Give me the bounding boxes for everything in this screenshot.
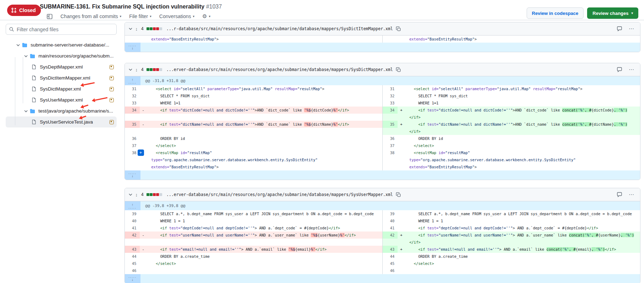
code-cell: </select>	[147, 260, 383, 267]
line-number[interactable]	[125, 114, 140, 121]
changed-lines-count: 4	[141, 192, 144, 197]
chevron-down-icon[interactable]	[23, 109, 29, 113]
line-number[interactable]: 39	[383, 210, 398, 217]
diff-sign	[398, 135, 405, 142]
kebab-menu-icon[interactable]: ⋯	[629, 191, 634, 198]
kebab-menu-icon[interactable]: ⋯	[629, 66, 634, 73]
line-number[interactable]: 46	[383, 267, 398, 274]
expand-down-button[interactable]: ·····↓	[125, 274, 140, 283]
comment-icon[interactable]	[617, 26, 622, 32]
tree-file-sysusermapper-xml[interactable]: SysUserMapper.xml	[6, 94, 117, 105]
collapse-file-chevron-icon[interactable]	[128, 27, 133, 31]
drag-handle-icon[interactable]: ↕	[135, 67, 138, 72]
changes-from-menu[interactable]: Changes from all commits ▾	[60, 13, 121, 19]
file-tree-toggle-icon[interactable]	[47, 13, 53, 20]
line-number[interactable]	[383, 36, 398, 43]
expand-down-icon[interactable]: ·····↓	[128, 172, 137, 178]
file-path[interactable]: ...r-database/src/main/resources/org/apa…	[166, 26, 393, 31]
comment-icon[interactable]	[617, 67, 622, 72]
line-number[interactable]: 44	[383, 253, 398, 260]
line-number[interactable]: 37	[383, 142, 398, 149]
tree-folder-test-java-org-apache-submarine-s-[interactable]: test/java/org/apache/submarine/s...	[6, 105, 117, 116]
line-number[interactable]: 36	[125, 135, 140, 142]
line-number[interactable]: 40	[125, 217, 140, 224]
folder-icon	[29, 53, 36, 59]
line-number[interactable]: 40	[383, 217, 398, 224]
drag-handle-icon[interactable]: ↕	[135, 192, 138, 197]
review-in-codespace-button[interactable]: Review in codespace	[527, 7, 584, 19]
tree-folder-main-resources-org-apache-subm-[interactable]: main/resources/org/apache/subm...	[6, 50, 117, 61]
line-number[interactable]	[383, 128, 398, 135]
line-number[interactable]: 37	[125, 142, 140, 149]
tree-file-sysdictitemmapper-xml[interactable]: SysDictItemMapper.xml	[6, 72, 117, 83]
conversations-menu[interactable]: Conversations ▾	[159, 13, 195, 19]
tree-file-sysuserservicetest-java[interactable]: SysUserServiceTest.java	[6, 116, 117, 127]
diff-settings-menu[interactable]: ⚙ ▾	[202, 13, 211, 20]
expand-hunk-button[interactable]: ↑·····	[125, 201, 140, 210]
file-path[interactable]: ...erver-database/src/main/resources/org…	[166, 67, 393, 72]
add-comment-button[interactable]: +	[138, 149, 144, 156]
tree-folder-submarine-server-server-database-[interactable]: submarine-server/server-database/...	[6, 39, 117, 50]
copy-path-icon[interactable]	[396, 67, 401, 72]
tree-file-sysdictmapper-xml[interactable]: SysDictMapper.xml	[6, 83, 117, 94]
old-side: 43- <if test="email!=null and email!=''"…	[125, 246, 383, 253]
drag-handle-icon[interactable]: ↕	[135, 26, 138, 32]
line-number[interactable]: 35	[383, 121, 398, 128]
line-number[interactable]: 42	[125, 232, 140, 239]
line-number[interactable]: 38	[383, 149, 398, 170]
expand-down-button[interactable]: ·····↓	[125, 170, 140, 180]
line-number[interactable]: 41	[383, 224, 398, 232]
file-filter-menu[interactable]: File filter ▾	[129, 13, 151, 19]
line-number[interactable]: 41	[125, 224, 140, 232]
line-number[interactable]: 36	[383, 135, 398, 142]
collapse-file-chevron-icon[interactable]	[128, 67, 133, 72]
line-number[interactable]: 46	[125, 267, 140, 274]
chevron-down-icon[interactable]	[23, 54, 29, 58]
collapse-file-chevron-icon[interactable]	[128, 192, 133, 197]
line-number[interactable]: 43	[383, 246, 398, 253]
expand-down-icon[interactable]: ·····↓	[128, 44, 137, 50]
diff-row: 39 SELECT a.*, b.dept_name FROM sys_user…	[125, 210, 640, 217]
line-number[interactable]: 45	[125, 260, 140, 267]
diff-sign	[140, 36, 147, 43]
line-number[interactable]: 45	[383, 260, 398, 267]
line-number[interactable]: 38+	[125, 149, 140, 170]
line-number[interactable]: 34	[383, 107, 398, 114]
tree-file-sysdeptmapper-xml[interactable]: SysDeptMapper.xml	[6, 61, 117, 72]
expand-up-icon[interactable]: ↑·····	[128, 78, 137, 84]
chevron-down-icon[interactable]	[15, 43, 21, 47]
line-number[interactable]: 34	[125, 107, 140, 114]
filter-changed-files-input[interactable]	[6, 24, 117, 35]
line-number[interactable]	[383, 114, 398, 121]
line-number[interactable]: 44	[125, 253, 140, 260]
line-number[interactable]: 32	[125, 92, 140, 99]
line-number[interactable]: 31	[125, 85, 140, 92]
expand-up-icon[interactable]: ↑·····	[128, 203, 137, 209]
expand-down-icon[interactable]: ·····↓	[128, 276, 137, 282]
file-path[interactable]: ...erver-database/src/main/resources/org…	[166, 192, 393, 197]
diff-sign	[140, 99, 147, 107]
line-number[interactable]: 39	[125, 210, 140, 217]
copy-path-icon[interactable]	[396, 192, 401, 197]
code-cell: </select>	[405, 260, 640, 267]
line-number[interactable]: 31	[383, 85, 398, 92]
old-side	[125, 128, 383, 135]
copy-path-icon[interactable]	[396, 26, 401, 32]
line-number[interactable]: 32	[383, 92, 398, 99]
line-number[interactable]	[125, 36, 140, 43]
line-number[interactable]	[125, 239, 140, 246]
expand-down-button[interactable]: ·····↓	[125, 43, 140, 52]
line-number[interactable]: 43	[125, 246, 140, 253]
line-number[interactable]: 35	[125, 121, 140, 128]
expand-hunk-button[interactable]: ↑·····	[125, 76, 140, 85]
review-changes-button[interactable]: Review changes ▾	[587, 7, 638, 19]
line-number[interactable]	[125, 128, 140, 135]
kebab-menu-icon[interactable]: ⋯	[629, 26, 634, 32]
line-number[interactable]	[383, 239, 398, 246]
comment-icon[interactable]	[617, 192, 622, 197]
diff-panel: ↕4...erver-database/src/main/resources/o…	[124, 63, 640, 180]
folder-icon	[21, 42, 28, 48]
line-number[interactable]: 33	[125, 99, 140, 107]
line-number[interactable]: 42	[383, 232, 398, 239]
line-number[interactable]: 33	[383, 99, 398, 107]
